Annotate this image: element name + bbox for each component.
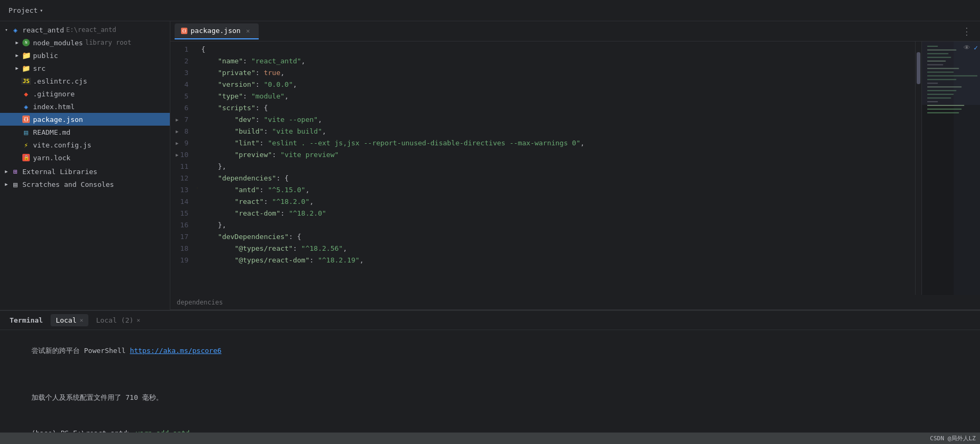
fold-arrow-icon[interactable]: ▶ [176,116,178,124]
bottom-panel: Terminal Local ✕ Local (2) ✕ 尝试新的跨平台 Pow… [0,310,980,432]
arrow-icon: ▶ [13,53,21,58]
sidebar-item-yarn-lock[interactable]: 🔒 yarn.lock [0,151,170,164]
line-number: ▶7 [175,114,193,126]
terminal-tabs: Terminal Local ✕ Local (2) ✕ [0,311,980,330]
token-key: "react-dom" [235,208,281,219]
terminal-tab-local1[interactable]: Local ✕ [51,314,89,326]
sidebar-item-label: Scratches and Consoles [22,180,114,188]
svg-rect-19 [927,109,961,110]
pscore-link[interactable]: https://aka.ms/pscore6 [130,347,221,355]
terminal-body[interactable]: 尝试新的跨平台 PowerShell https://aka.ms/pscore… [0,330,980,432]
ext-lib-icon: ⊞ [11,168,20,176]
tab-close-icon[interactable]: ✕ [80,317,84,324]
code-line: "dependencies": { [201,172,915,184]
token-brace: { [285,173,289,184]
code-line: "react-dom": "^18.2.0" [201,208,915,219]
token-sp [201,220,218,231]
token-brace: } [218,161,222,172]
sidebar-item-vite-config[interactable]: ⚡ vite.config.js [0,138,170,151]
code-content[interactable]: { "name": "react_antd", "private": true,… [197,42,915,295]
token-str: "vite preview" [281,150,339,161]
fold-arrow-icon[interactable]: ▶ [176,139,178,147]
code-line: 💡 "antd": "^5.15.0", [201,184,915,196]
token-bool: true [263,68,280,79]
line-number: 14 [175,196,193,208]
line-number: 12 [175,172,193,184]
token-colon: : [256,68,264,79]
sidebar-item-label: public [33,52,58,60]
tab-close-button[interactable]: ✕ [244,27,252,35]
token-colon: : [256,79,264,91]
sidebar-item-package-json[interactable]: {} package.json [0,113,170,126]
breadcrumb: dependencies [170,295,980,310]
sidebar-item-label: yarn.lock [33,154,70,162]
token-brace: } [218,220,222,231]
token-comma: , [301,56,306,67]
token-str: "^18.2.19" [318,255,359,266]
sidebar-item-gitignore[interactable]: ◆ .gitignore [0,87,170,100]
token-sp [201,243,235,254]
sidebar-item-eslintrc[interactable]: JS .eslintrc.cjs [0,75,170,87]
code-line: "preview": "vite preview" [201,149,915,161]
sidebar-item-scratches[interactable]: ▶ ▤ Scratches and Consoles [0,178,170,191]
folder-icon: N [21,39,31,46]
token-sp [201,196,235,208]
sidebar-item-react-antd[interactable]: ▾ ◈ react_antd E:\react_antd [0,23,170,36]
tab-label: Local (2) [96,316,133,324]
code-line: }, [201,219,915,231]
term-text: 尝试新的跨平台 PowerShell [31,347,130,355]
token-sp [201,232,218,243]
eye-off-icon[interactable]: 👁 [963,44,970,52]
right-scrollbar[interactable] [915,42,921,295]
token-colon: : [260,185,268,196]
main-content: ▾ ◈ react_antd E:\react_antd ▶ N node_mo… [0,21,980,310]
sidebar-item-label: vite.config.js [33,141,92,149]
sidebar-tree[interactable]: ▾ ◈ react_antd E:\react_antd ▶ N node_mo… [0,21,170,310]
fold-arrow-icon[interactable]: ▶ [176,151,178,159]
chevron-down-icon: ▾ [40,7,43,13]
tab-close-icon[interactable]: ✕ [137,317,141,324]
token-comma: , [281,68,285,79]
sidebar-item-node-modules[interactable]: ▶ N node_modules library root [0,36,170,49]
terminal-tab-local2[interactable]: Local (2) ✕ [90,314,145,326]
sidebar-item-readme[interactable]: ▤ README.md [0,126,170,138]
token-key: "private" [218,68,255,79]
sidebar-item-public[interactable]: ▶ 📁 public [0,49,170,62]
token-colon: : [289,232,297,243]
line-number: 13 [175,184,193,196]
lock-icon: 🔒 [21,154,31,161]
term-text: 加载个人及系统配置文件用了 710 毫秒。 [31,393,163,401]
editor-body: 123456▶7▶8▶9▶10111213141516171819 { "nam… [170,42,915,295]
sidebar: ▾ ◈ react_antd E:\react_antd ▶ N node_mo… [0,21,170,310]
line-number: ▶10 [175,149,193,161]
token-sp [201,161,218,172]
token-sp [201,79,218,91]
bulb-icon[interactable]: 💡 [197,185,199,195]
sidebar-item-index-html[interactable]: ◈ index.html [0,100,170,113]
more-tabs-button[interactable]: ⋮ [958,26,976,37]
json-icon: {} [21,116,31,123]
check-icon[interactable]: ✓ [974,44,978,52]
project-label[interactable]: Project ▾ [4,4,47,17]
html-icon: ◈ [21,103,31,111]
sidebar-item-external-libraries[interactable]: ▶ ⊞ External Libraries [0,165,170,178]
line-number: ▶8 [175,126,193,137]
code-line: }, [201,161,915,172]
code-line: "type": "module", [201,91,915,102]
arrow-icon: ▶ [2,169,11,174]
minimap[interactable]: 👁 ✓ [921,42,980,295]
fold-arrow-icon[interactable]: ▶ [176,128,178,135]
sidebar-item-src[interactable]: ▶ 📁 src [0,62,170,75]
sidebar-item-label: README.md [33,128,70,136]
token-colon: : [256,103,264,114]
code-line: { [201,44,915,55]
token-str: "^18.2.0" [272,196,309,208]
code-line: "devDependencies": { [201,231,915,243]
token-key: "@types/react" [235,243,293,254]
arrow-icon: ▶ [2,182,11,187]
arrow-icon: ▾ [2,27,11,32]
md-icon: ▤ [21,128,31,136]
token-str: "0.0.0" [263,79,293,91]
token-key: "lint" [235,138,260,149]
tab-package-json[interactable]: {} package.json ✕ [175,23,259,39]
